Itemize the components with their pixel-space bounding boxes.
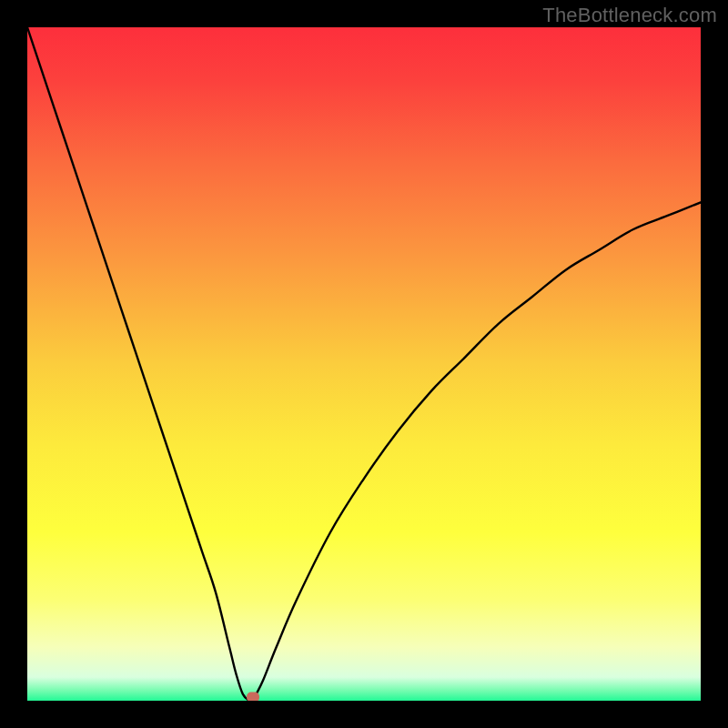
bottleneck-curve [27, 27, 701, 701]
curve-layer [27, 27, 701, 701]
chart-frame: TheBottleneck.com [0, 0, 728, 728]
plot-area [27, 27, 701, 701]
watermark-text: TheBottleneck.com [542, 4, 717, 27]
minimum-marker [247, 693, 259, 702]
